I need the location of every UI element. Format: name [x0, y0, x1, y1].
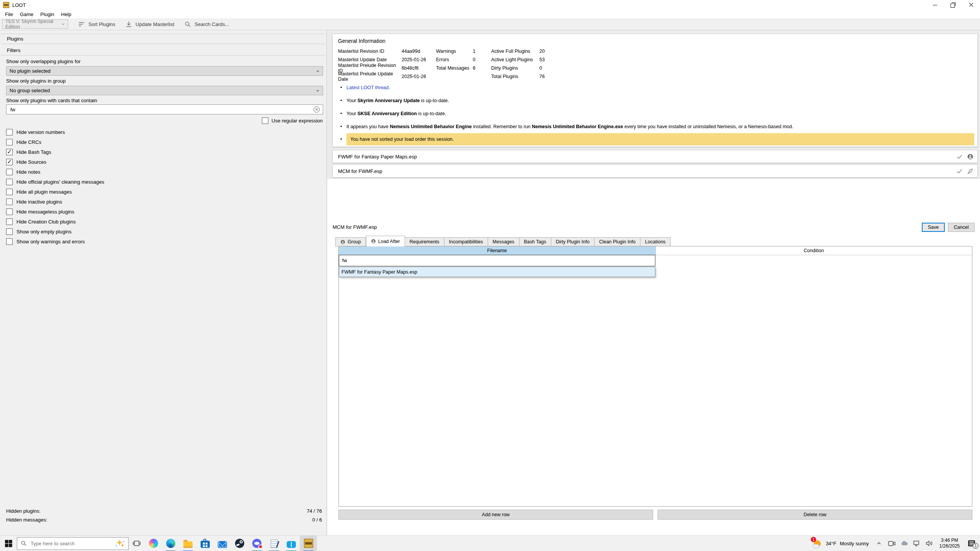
tab-label: Load After: [378, 239, 400, 244]
network-button[interactable]: [911, 536, 923, 551]
volume-button[interactable]: [923, 536, 936, 551]
plugin-card[interactable]: MCM for FWMF.esp: [332, 165, 978, 178]
update-masterlist-button[interactable]: Update Masterlist: [126, 21, 174, 28]
filter-toggle[interactable]: Hide CRCs: [6, 138, 41, 146]
column-header-condition[interactable]: Condition: [656, 246, 972, 255]
checkbox[interactable]: [6, 129, 13, 135]
filter-toggle[interactable]: Hide Bash Tags: [6, 148, 51, 156]
taskbar-app-microsoft-store[interactable]: [196, 536, 214, 551]
regex-option[interactable]: Use regular expression: [262, 117, 323, 124]
taskbar-app-edge[interactable]: [162, 536, 179, 551]
meet-now-button[interactable]: [885, 536, 898, 551]
close-button[interactable]: [962, 0, 980, 10]
menu-file[interactable]: File: [2, 11, 16, 18]
weather-temp: 34°F: [826, 541, 836, 546]
tab-clean-plugin-info[interactable]: Clean Plugin Info: [595, 237, 640, 246]
filter-toggle[interactable]: Hide Sources: [6, 158, 46, 166]
weather-widget[interactable]: 1 34°F Mostly sunny: [808, 536, 872, 551]
taskbar-app-loot[interactable]: [300, 536, 317, 551]
edge-icon: [166, 539, 175, 548]
message-item: Your SKSE Anniversary Edition is up-to-d…: [340, 110, 974, 117]
delete-row-button[interactable]: Delete row: [658, 510, 972, 520]
checkbox[interactable]: [6, 139, 13, 145]
taskbar-app-steam[interactable]: [231, 536, 248, 551]
tab-locations[interactable]: Locations: [640, 237, 671, 246]
taskbar-app-copilot[interactable]: [145, 536, 162, 551]
filter-toggle[interactable]: Hide official plugins' cleaning messages: [6, 178, 104, 186]
filter-toggle[interactable]: Show only warnings and errors: [6, 238, 85, 245]
task-view-button[interactable]: [129, 536, 145, 551]
filter-toggle[interactable]: Hide inactive plugins: [6, 198, 62, 205]
toolbar: TES V: Skyrim Special Edition Sort Plugi…: [0, 18, 980, 30]
tray-expand-button[interactable]: [873, 536, 885, 551]
tab-bash-tags[interactable]: Bash Tags: [519, 237, 551, 246]
tab-group[interactable]: Group: [335, 237, 366, 246]
active-check-icon: [956, 153, 963, 160]
checkbox[interactable]: [6, 169, 13, 175]
overlap-filter-select[interactable]: No plugin selected: [6, 66, 323, 76]
filter-toggle[interactable]: Hide messageless plugins: [6, 208, 74, 215]
taskbar-app-book[interactable]: [283, 536, 300, 551]
minimize-button[interactable]: [926, 0, 944, 10]
action-center-button[interactable]: 1: [963, 536, 980, 551]
menu-game[interactable]: Game: [16, 11, 37, 18]
taskbar-app-discord[interactable]: [248, 536, 265, 551]
filter-toggle[interactable]: Hide all plugin messages: [6, 188, 72, 196]
taskbar-app-notepad[interactable]: [265, 536, 283, 551]
checkbox[interactable]: [6, 189, 13, 195]
plugin-card[interactable]: FWMF for Fantasy Paper Maps.esp: [332, 150, 978, 163]
autocomplete-suggestion[interactable]: FWMF for Fantasy Paper Maps.esp: [339, 267, 655, 277]
game-select[interactable]: TES V: Skyrim Special Edition: [2, 20, 68, 29]
filter-toggle[interactable]: Hide notes: [6, 168, 40, 176]
filename-input[interactable]: [341, 258, 653, 264]
checkbox[interactable]: [6, 159, 13, 165]
regex-checkbox[interactable]: [262, 117, 268, 124]
tab-load-after[interactable]: Load After: [366, 236, 405, 246]
sort-plugins-button[interactable]: Sort Plugins: [78, 21, 115, 28]
filter-toggle-label: Hide messageless plugins: [16, 209, 74, 215]
taskbar-search-box[interactable]: [17, 537, 129, 550]
checkbox[interactable]: [6, 218, 13, 225]
cancel-button[interactable]: Cancel: [948, 223, 975, 232]
restore-button[interactable]: [944, 0, 962, 10]
filter-toggle[interactable]: Hide Creation Club plugins: [6, 218, 76, 225]
save-button[interactable]: Save: [922, 223, 945, 232]
tab-messages[interactable]: Messages: [488, 237, 519, 246]
checkbox[interactable]: [6, 199, 13, 205]
checkbox[interactable]: [6, 238, 13, 245]
clear-search-icon[interactable]: [314, 106, 320, 112]
sidebar-item-filters[interactable]: Filters: [1, 45, 326, 55]
tab-incompatibilities[interactable]: Incompatibilities: [444, 237, 488, 246]
filter-toggle[interactable]: Show only empty plugins: [6, 228, 72, 235]
cloud-icon: [812, 544, 819, 548]
overlap-filter-value: No plugin selected: [10, 68, 51, 74]
checkbox[interactable]: [6, 209, 13, 215]
taskbar-app-mail[interactable]: [214, 536, 231, 551]
tab-requirements[interactable]: Requirements: [405, 237, 444, 246]
menu-plugin[interactable]: Plugin: [37, 11, 57, 18]
stat-row: Active Light Plugins53: [491, 55, 545, 64]
tab-dirty-plugin-info[interactable]: Dirty Plugin Info: [551, 237, 595, 246]
search-cards-button[interactable]: Search Cards...: [185, 21, 229, 28]
checkbox[interactable]: [6, 149, 13, 155]
sidebar-item-plugins[interactable]: Plugins: [1, 34, 326, 44]
onedrive-button[interactable]: [898, 536, 911, 551]
column-header-filename[interactable]: Filename: [339, 246, 656, 255]
add-row-button[interactable]: Add new row: [338, 510, 653, 520]
checkbox[interactable]: [6, 228, 13, 235]
taskbar-search-input[interactable]: [30, 540, 112, 547]
menu-help[interactable]: Help: [58, 11, 75, 18]
loot-thread-link[interactable]: Latest LOOT thread.: [346, 85, 390, 90]
main-content: General Information Masterlist Revision …: [327, 30, 980, 535]
notepad-icon: [271, 540, 278, 548]
filter-toggle[interactable]: Hide version numbers: [6, 128, 65, 136]
group-filter-select[interactable]: No group selected: [6, 86, 323, 95]
sidebar: Plugins Filters Show only overlapping pl…: [0, 30, 327, 535]
group-filter-label: Show only plugins in group: [6, 78, 65, 84]
taskbar-clock[interactable]: 3:46 PM 1/26/2025: [936, 538, 963, 549]
start-button[interactable]: [0, 536, 17, 551]
taskbar-app-file-explorer[interactable]: [179, 536, 196, 551]
checkbox[interactable]: [6, 179, 13, 185]
hidden-messages-value: 0 / 6: [312, 517, 322, 524]
contains-filter-input[interactable]: [10, 106, 314, 113]
